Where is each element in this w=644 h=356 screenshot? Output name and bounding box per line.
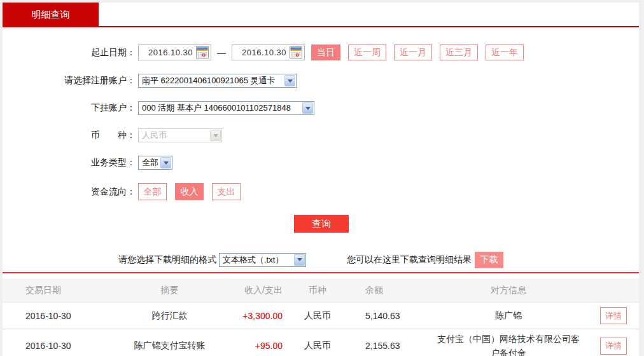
cell-currency: 人民币 <box>283 340 353 352</box>
range-button-3months[interactable]: 近三月 <box>440 44 478 60</box>
end-date-input[interactable]: 2016.10.30 <box>232 44 305 60</box>
query-button-row: 查询 <box>3 215 639 233</box>
header-date: 交易日期 <box>3 285 111 296</box>
calendar-icon[interactable] <box>290 46 302 58</box>
sub-account-value: 000 活期 基本户 1406600101102571848 <box>142 102 302 114</box>
range-button-today[interactable]: 当日 <box>311 44 340 60</box>
chevron-down-icon[interactable] <box>294 254 305 266</box>
date-separator: — <box>217 48 226 58</box>
business-type-value: 全部 <box>142 157 160 168</box>
fund-direction-expense-button[interactable]: 支出 <box>212 183 241 200</box>
register-account-value: 南平 6222001406100921065 灵通卡 <box>142 75 284 86</box>
query-form: 起止日期： 2016.10.30 — 2016.10. <box>3 27 639 273</box>
tab-bar: 明细查询 <box>3 3 639 27</box>
chevron-down-icon[interactable] <box>160 157 171 168</box>
currency-select: 人民币 <box>138 128 222 142</box>
currency-row: 币 种： 人民币 <box>3 128 639 142</box>
table-row: 2016-10-30 跨行汇款 +3,300.00 人民币 5,140.63 陈… <box>3 303 639 329</box>
currency-value: 人民币 <box>142 130 209 141</box>
detail-button[interactable]: 详情 <box>600 338 627 355</box>
download-row: 请您选择下载明细的格式 文本格式（.txt） 您可以在这里下载查询明细结果 下载 <box>3 251 639 268</box>
sub-account-row: 下挂账户： 000 活期 基本户 1406600101102571848 <box>3 101 639 115</box>
date-range-label: 起止日期： <box>3 47 136 58</box>
chevron-down-icon[interactable] <box>284 75 295 86</box>
cell-counterparty: 支付宝（中国）网络技术有限公司客户备付金 <box>429 329 588 356</box>
chevron-down-icon <box>210 130 221 141</box>
table-header-row: 交易日期 摘要 收入/支出 币种 余额 对方信息 <box>3 278 639 303</box>
currency-label: 币 种： <box>3 130 136 141</box>
range-button-week[interactable]: 近一周 <box>348 44 386 60</box>
quick-range-buttons: 当日 近一周 近一月 近三月 近一年 <box>311 44 531 60</box>
start-date-value: 2016.10.30 <box>148 48 193 57</box>
cell-currency: 人民币 <box>283 310 353 322</box>
cell-amount: +95.00 <box>228 341 283 351</box>
results-table: 交易日期 摘要 收入/支出 币种 余额 对方信息 2016-10-30 跨行汇款… <box>3 278 639 356</box>
table-row: 2016-10-30 陈广锦支付宝转账 +95.00 人民币 2,155.63 … <box>3 329 639 356</box>
fund-direction-all-button[interactable]: 全部 <box>138 183 167 200</box>
download-button[interactable]: 下载 <box>475 252 503 268</box>
business-type-select[interactable]: 全部 <box>138 156 172 170</box>
cell-balance: 5,140.63 <box>353 311 429 321</box>
business-type-row: 业务类型： 全部 <box>3 156 639 170</box>
download-format-value: 文本格式（.txt） <box>223 254 293 266</box>
end-date-value: 2016.10.30 <box>242 48 286 57</box>
cell-date: 2016-10-30 <box>3 341 111 351</box>
header-counterparty: 对方信息 <box>429 280 588 299</box>
sub-account-select[interactable]: 000 活期 基本户 1406600101102571848 <box>138 101 314 115</box>
header-currency: 币种 <box>283 285 353 296</box>
register-account-select[interactable]: 南平 6222001406100921065 灵通卡 <box>138 74 297 88</box>
header-balance: 余额 <box>353 285 429 296</box>
header-summary: 摘要 <box>111 285 228 296</box>
download-hint: 您可以在这里下载查询明细结果 <box>347 254 472 266</box>
fund-direction-label: 资金流向： <box>3 186 136 198</box>
download-format-select[interactable]: 文本格式（.txt） <box>219 253 306 267</box>
range-button-year[interactable]: 近一年 <box>486 44 524 60</box>
fund-direction-row: 资金流向： 全部 收入 支出 <box>3 183 639 200</box>
main-panel: 明细查询 起止日期： 2016.10.30 <box>3 3 639 353</box>
start-date-input[interactable]: 2016.10.30 <box>138 44 211 60</box>
cell-counterparty: 陈广锦 <box>429 306 588 325</box>
date-range-row: 起止日期： 2016.10.30 — 2016.10. <box>3 44 639 60</box>
calendar-icon[interactable] <box>196 46 209 58</box>
cell-amount: +3,300.00 <box>228 311 283 321</box>
sub-account-label: 下挂账户： <box>3 102 136 114</box>
register-account-row: 请选择注册账户： 南平 6222001406100921065 灵通卡 <box>3 74 639 88</box>
register-account-label: 请选择注册账户： <box>3 75 136 86</box>
header-amount: 收入/支出 <box>228 285 283 296</box>
cell-date: 2016-10-30 <box>3 311 111 321</box>
detail-button[interactable]: 详情 <box>600 307 627 324</box>
cell-summary: 跨行汇款 <box>111 310 228 322</box>
cell-balance: 2,155.63 <box>353 341 429 351</box>
cell-summary: 陈广锦支付宝转账 <box>111 340 228 352</box>
chevron-down-icon[interactable] <box>302 102 313 114</box>
fund-direction-income-button[interactable]: 收入 <box>175 183 204 200</box>
tab-detail-query[interactable]: 明细查询 <box>3 3 99 27</box>
business-type-label: 业务类型： <box>3 157 136 168</box>
query-button[interactable]: 查询 <box>294 215 349 233</box>
download-format-label: 请您选择下载明细的格式 <box>118 254 216 266</box>
range-button-month[interactable]: 近一月 <box>394 44 432 60</box>
red-divider <box>3 272 639 273</box>
